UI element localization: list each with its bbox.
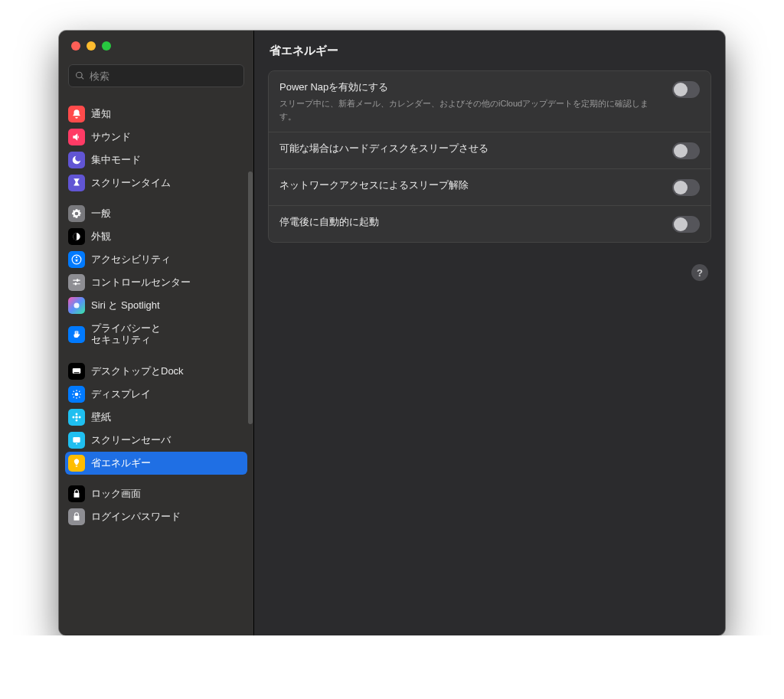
sidebar-item-label: スクリーンタイム (91, 178, 171, 189)
sidebar-item-notifications[interactable]: 通知 (65, 103, 247, 126)
toggle-wake-network[interactable] (672, 179, 700, 196)
sidebar-item-label: アクセシビリティ (91, 254, 171, 266)
sidebar-item-label: 壁紙 (91, 412, 111, 423)
sidebar-item-general[interactable]: 一般 (65, 202, 247, 225)
page-title: 省エネルギー (254, 31, 725, 70)
settings-window: 通知 サウンド 集中モード (59, 31, 725, 635)
toggle-power-nap[interactable] (672, 81, 700, 98)
svg-point-13 (76, 443, 77, 445)
sidebar-item-controlcenter[interactable]: コントロールセンター (65, 271, 247, 294)
svg-point-9 (76, 420, 78, 422)
bell-icon (68, 106, 85, 122)
setting-wake-network: ネットワークアクセスによるスリープ解除 (269, 169, 710, 206)
setting-text: 可能な場合はハードディスクをスリープさせる (279, 142, 663, 155)
sidebar-item-screensaver[interactable]: スクリーンセーバ (65, 429, 247, 452)
sidebar-item-wallpaper[interactable]: 壁紙 (65, 406, 247, 429)
sidebar-item-siri[interactable]: Siri と Spotlight (65, 294, 247, 317)
sidebar-item-appearance[interactable]: 外観 (65, 225, 247, 248)
siri-icon (68, 297, 85, 314)
sidebar-item-privacy[interactable]: プライバシーと セキュリティ (65, 317, 247, 352)
svg-point-6 (75, 393, 79, 397)
search-field[interactable] (68, 64, 244, 87)
sidebar-item-label: Siri と Spotlight (91, 300, 160, 312)
sidebar-item-label: サウンド (91, 132, 131, 143)
toggle-knob (674, 144, 688, 158)
svg-point-11 (79, 416, 81, 419)
close-icon[interactable] (71, 41, 80, 51)
sidebar-group: 一般 外観 アクセシビリティ (65, 202, 247, 352)
sidebar-item-label: コントロールセンター (91, 277, 191, 289)
sidebar-item-energysaver[interactable]: 省エネルギー (65, 452, 247, 475)
sidebar-item-label: 外観 (91, 231, 111, 243)
help-button[interactable]: ? (691, 264, 708, 281)
toggle-knob (674, 83, 688, 96)
window-controls (59, 31, 253, 60)
sidebar-item-sound[interactable]: サウンド (65, 126, 247, 149)
moon-icon (68, 152, 85, 168)
bulb-icon (68, 455, 85, 472)
sidebar-group: ロック画面 ログインパスワード (65, 482, 247, 528)
lock-icon (68, 485, 85, 502)
setting-description: スリープ中に、新着メール、カレンダー、およびその他のiCloudアップデートを定… (279, 97, 663, 122)
search-icon (75, 70, 85, 81)
search-container (59, 60, 253, 95)
sidebar-item-desktopdock[interactable]: デスクトップとDock (65, 360, 247, 383)
sidebar-item-loginpassword[interactable]: ログインパスワード (65, 505, 247, 528)
accessibility-icon (68, 251, 85, 268)
help-label: ? (697, 267, 703, 279)
sidebar-item-screentime[interactable]: スクリーンタイム (65, 171, 247, 194)
setting-title: Power Napを有効にする (279, 80, 663, 94)
minimize-icon[interactable] (87, 41, 96, 51)
setting-power-nap: Power Napを有効にする スリープ中に、新着メール、カレンダー、およびその… (269, 71, 710, 132)
svg-point-8 (76, 413, 78, 415)
sidebar-item-lockscreen[interactable]: ロック画面 (65, 482, 247, 505)
hand-icon (68, 326, 85, 343)
sidebar-group: 通知 サウンド 集中モード (65, 103, 247, 194)
setting-text: 停電後に自動的に起動 (279, 215, 663, 229)
flower-icon (68, 409, 85, 426)
svg-point-7 (75, 416, 78, 419)
toggle-hdd-sleep[interactable] (672, 142, 700, 159)
sidebar-item-accessibility[interactable]: アクセシビリティ (65, 248, 247, 271)
setting-hdd-sleep: 可能な場合はハードディスクをスリープさせる (269, 132, 710, 169)
hourglass-icon (68, 175, 85, 191)
content-pane: 省エネルギー Power Napを有効にする スリープ中に、新着メール、カレンダ… (254, 31, 725, 635)
scrollbar-thumb[interactable] (248, 171, 253, 424)
sidebar-item-label: 一般 (91, 208, 111, 220)
sidebar-item-label: 通知 (91, 109, 111, 120)
sidebar-item-label: プライバシーと セキュリティ (91, 323, 161, 346)
sidebar-item-label: ディスプレイ (91, 389, 151, 400)
sliders-icon (68, 274, 85, 291)
sidebar-group: デスクトップとDock ディスプレイ 壁紙 (65, 360, 247, 475)
svg-rect-5 (74, 372, 80, 373)
sidebar-item-label: 省エネルギー (91, 458, 151, 469)
sun-icon (68, 386, 85, 403)
appearance-icon (68, 228, 85, 245)
sidebar-item-label: ログインパスワード (91, 511, 181, 523)
gear-icon (68, 205, 85, 222)
sidebar-item-displays[interactable]: ディスプレイ (65, 383, 247, 406)
setting-text: Power Napを有効にする スリープ中に、新着メール、カレンダー、およびその… (279, 80, 663, 122)
speaker-icon (68, 129, 85, 145)
key-icon (68, 508, 85, 525)
sidebar: 通知 サウンド 集中モード (59, 31, 254, 635)
screensaver-icon (68, 432, 85, 449)
svg-point-3 (74, 303, 80, 309)
svg-rect-12 (73, 437, 80, 443)
sidebar-item-label: ロック画面 (91, 488, 141, 500)
sidebar-item-focus[interactable]: 集中モード (65, 149, 247, 171)
page-title-text: 省エネルギー (270, 44, 338, 58)
setting-title: ネットワークアクセスによるスリープ解除 (279, 178, 663, 192)
maximize-icon[interactable] (102, 41, 111, 51)
setting-restart-powerloss: 停電後に自動的に起動 (269, 206, 710, 242)
svg-point-10 (72, 416, 74, 419)
toggle-knob (674, 217, 688, 231)
dock-icon (68, 363, 85, 380)
toggle-restart-powerloss[interactable] (672, 216, 700, 233)
sidebar-item-label: スクリーンセーバ (91, 435, 171, 446)
sidebar-item-label: 集中モード (91, 155, 141, 166)
search-input[interactable] (90, 70, 237, 82)
toggle-knob (674, 181, 688, 194)
sidebar-scroll[interactable]: 通知 サウンド 集中モード (59, 95, 253, 635)
setting-title: 停電後に自動的に起動 (279, 215, 663, 229)
